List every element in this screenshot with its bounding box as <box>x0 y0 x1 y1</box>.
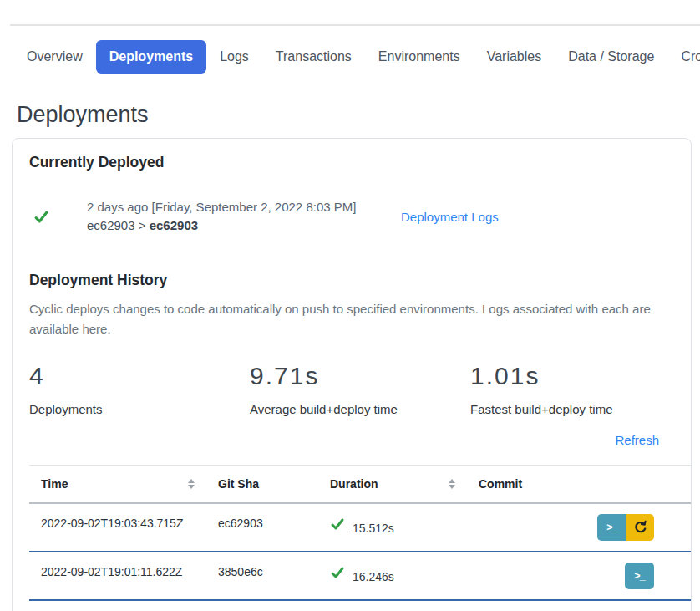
tab-logs[interactable]: Logs <box>206 40 262 74</box>
cell-git-sha: 3850e6c <box>206 552 318 600</box>
stat-average-time: 9.71s Average build+deploy time <box>250 363 470 416</box>
duration-value: 16.246s <box>353 570 394 583</box>
success-check-icon <box>330 517 345 532</box>
cell-git-sha: bfcc2b2 <box>206 600 318 611</box>
cell-time: 2022-09-02T19:01:11.622Z <box>29 552 206 600</box>
deployment-history-table: Time Git Sha Duration Commit 2022-09-02T… <box>29 465 691 611</box>
column-header-time[interactable]: Time <box>29 466 206 504</box>
stat-deployments: 4 Deployments <box>29 363 250 416</box>
cell-git-sha: ec62903 <box>206 503 318 552</box>
deployment-history-heading: Deployment History <box>29 272 691 289</box>
success-check-icon <box>33 209 49 225</box>
column-header-duration[interactable]: Duration <box>318 466 467 504</box>
stats-row: 4 Deployments 9.71s Average build+deploy… <box>29 363 691 416</box>
deploy-sha-line: ec62903 > ec62903 <box>87 216 401 235</box>
deploy-info: 2 days ago [Friday, September 2, 2022 8:… <box>87 198 401 235</box>
sort-icon[interactable] <box>188 479 195 489</box>
cell-commit <box>467 600 584 611</box>
table-row: 2022-09-02T18:59:04.541Z bfcc2b2 >_ <box>29 600 691 611</box>
success-check-icon <box>330 565 345 580</box>
cell-duration: 16.246s <box>318 552 467 600</box>
deploy-sha-from: ec62903 <box>87 218 135 232</box>
currently-deployed-heading: Currently Deployed <box>29 154 691 171</box>
currently-deployed-row: 2 days ago [Friday, September 2, 2022 8:… <box>29 198 691 235</box>
tab-transactions[interactable]: Transactions <box>262 40 365 74</box>
stat-average-time-label: Average build+deploy time <box>250 402 470 416</box>
deploy-sha-to: ec62903 <box>150 218 198 232</box>
tab-environments[interactable]: Environments <box>365 40 474 74</box>
refresh-link[interactable]: Refresh <box>615 433 659 447</box>
cell-commit <box>467 503 584 552</box>
cell-time: 2022-09-02T18:59:04.541Z <box>29 600 206 611</box>
terminal-button[interactable]: >_ <box>597 514 626 541</box>
stat-deployments-value: 4 <box>29 363 250 390</box>
cell-duration: 15.512s <box>318 503 467 552</box>
table-row: 2022-09-02T19:03:43.715Z ec62903 15.512s… <box>29 503 691 552</box>
deployments-card: Currently Deployed 2 days ago [Friday, S… <box>12 138 692 611</box>
deployment-logs-link[interactable]: Deployment Logs <box>401 210 499 224</box>
tab-crons[interactable]: Crons <box>667 40 700 74</box>
cell-commit <box>467 552 584 600</box>
cell-actions: >_ <box>584 503 691 552</box>
table-header-row: Time Git Sha Duration Commit <box>29 466 691 504</box>
stat-fastest-time-value: 1.01s <box>470 363 691 390</box>
cell-actions: >_ <box>584 552 691 600</box>
app-nav: Overview Deployments Logs Transactions E… <box>0 40 700 74</box>
terminal-icon: >_ <box>634 570 644 582</box>
column-header-git-sha: Git Sha <box>206 466 318 504</box>
column-header-actions <box>584 466 691 504</box>
stat-fastest-time: 1.01s Fastest build+deploy time <box>470 363 691 416</box>
page-title: Deployments <box>17 102 700 128</box>
stat-deployments-label: Deployments <box>29 402 250 416</box>
terminal-button[interactable]: >_ <box>625 563 654 589</box>
top-divider <box>10 24 700 26</box>
tab-deployments[interactable]: Deployments <box>96 40 206 74</box>
column-header-commit: Commit <box>467 466 584 504</box>
deployment-history-description: Cyclic deploys changes to code automatic… <box>29 299 691 339</box>
redeploy-refresh-icon <box>633 520 648 535</box>
refresh-row: Refresh <box>29 433 691 448</box>
column-header-time-label: Time <box>41 477 68 491</box>
cell-actions: >_ <box>584 600 691 611</box>
deploy-timestamp: 2 days ago [Friday, September 2, 2022 8:… <box>87 198 401 216</box>
sort-icon[interactable] <box>449 479 455 489</box>
cell-time: 2022-09-02T19:03:43.715Z <box>29 503 206 552</box>
tab-overview[interactable]: Overview <box>13 40 96 74</box>
deploy-sha-separator: > <box>139 218 146 232</box>
cell-duration <box>318 600 467 611</box>
stat-fastest-time-label: Fastest build+deploy time <box>470 402 691 416</box>
terminal-icon: >_ <box>606 522 616 533</box>
tab-variables[interactable]: Variables <box>474 40 555 74</box>
stat-average-time-value: 9.71s <box>250 363 470 390</box>
duration-value: 15.512s <box>353 522 394 535</box>
tab-data-storage[interactable]: Data / Storage <box>555 40 667 74</box>
column-header-duration-label: Duration <box>330 477 378 491</box>
table-row: 2022-09-02T19:01:11.622Z 3850e6c 16.246s… <box>29 552 691 600</box>
redeploy-button[interactable] <box>626 514 654 541</box>
